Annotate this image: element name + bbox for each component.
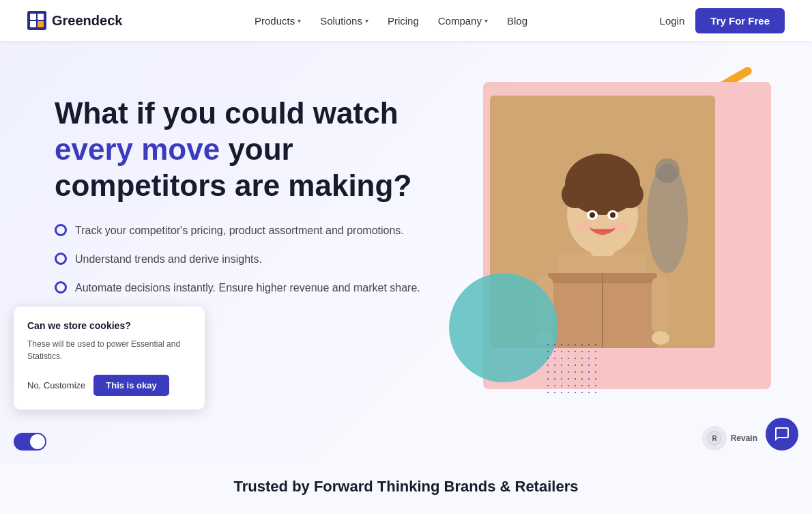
toggle-widget — [14, 433, 46, 451]
nav-products[interactable]: Products ▾ — [255, 15, 301, 27]
hero-section: What if you could watch every move your … — [0, 41, 812, 464]
svg-point-16 — [590, 165, 615, 190]
svg-point-26 — [613, 222, 629, 231]
products-chevron-icon: ▾ — [298, 17, 301, 25]
revain-icon: R — [702, 426, 727, 451]
hero-headline: What if you could watch every move your … — [55, 96, 449, 203]
revain-label: Revain — [731, 433, 757, 443]
revain-badge: R Revain — [702, 426, 757, 451]
chat-widget[interactable] — [766, 418, 798, 451]
deco-circle — [449, 273, 558, 382]
hero-highlight: every move — [55, 132, 220, 166]
hero-bullets: Track your competitor's pricing, product… — [55, 223, 449, 296]
svg-rect-22 — [652, 276, 669, 334]
trusted-section: Trusted by Forward Thinking Brands & Ret… — [0, 464, 812, 502]
cookie-no-button[interactable]: No, Customize — [27, 380, 85, 390]
svg-point-14 — [572, 174, 592, 195]
solutions-chevron-icon: ▾ — [365, 17, 368, 25]
hero-left: What if you could watch every move your … — [55, 82, 449, 323]
hero-right — [449, 82, 772, 423]
company-chevron-icon: ▾ — [484, 17, 488, 25]
svg-point-25 — [576, 222, 592, 231]
nav-actions: Login Try For Free — [660, 8, 785, 33]
cookie-ok-button[interactable]: This is okay — [93, 375, 169, 396]
toggle-thumb — [30, 434, 45, 449]
toggle-button[interactable] — [14, 433, 46, 451]
bullet-dot-3 — [55, 281, 67, 294]
svg-text:R: R — [712, 435, 717, 442]
bullet-dot-1 — [55, 224, 67, 236]
svg-point-20 — [610, 212, 615, 218]
revain-logo-icon: R — [707, 431, 722, 446]
bullet-dot-2 — [55, 253, 67, 265]
deco-dots — [545, 341, 599, 396]
cookie-actions: No, Customize This is okay — [27, 375, 191, 396]
svg-point-15 — [613, 174, 633, 195]
cookie-title: Can we store cookies? — [27, 320, 191, 331]
nav-blog[interactable]: Blog — [507, 15, 527, 27]
nav-company[interactable]: Company ▾ — [438, 15, 488, 27]
logo-icon — [27, 11, 46, 30]
brand-name: Greendeck — [52, 13, 122, 29]
trusted-title: Trusted by Forward Thinking Brands & Ret… — [27, 478, 785, 496]
cookie-description: These will be used to power Essential an… — [27, 338, 191, 362]
nav-solutions[interactable]: Solutions ▾ — [320, 15, 368, 27]
cookie-banner: Can we store cookies? These will be used… — [14, 306, 205, 410]
nav-links: Products ▾ Solutions ▾ Pricing Company ▾… — [255, 15, 527, 27]
login-link[interactable]: Login — [660, 15, 685, 27]
bullet-3: Automate decisions instantly. Ensure hig… — [55, 280, 449, 296]
chat-icon — [774, 426, 790, 442]
svg-point-3 — [655, 158, 680, 183]
svg-point-19 — [590, 212, 595, 218]
svg-point-24 — [652, 331, 669, 345]
nav-pricing[interactable]: Pricing — [388, 15, 419, 27]
try-free-button[interactable]: Try For Free — [695, 8, 785, 33]
navbar: Greendeck Products ▾ Solutions ▾ Pricing… — [0, 0, 812, 41]
bullet-1: Track your competitor's pricing, product… — [55, 223, 449, 239]
logo[interactable]: Greendeck — [27, 11, 122, 30]
bullet-2: Understand trends and derive insights. — [55, 251, 449, 268]
